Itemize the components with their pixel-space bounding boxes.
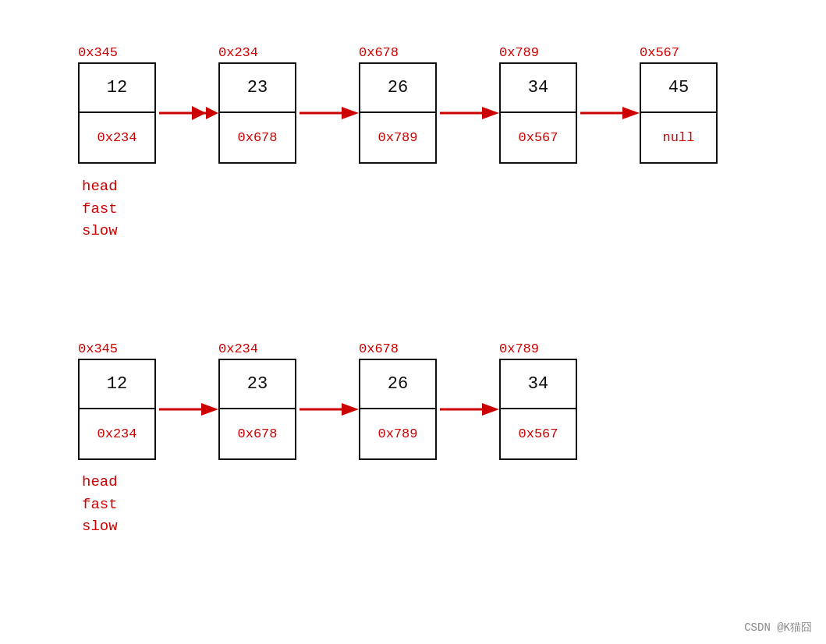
addr-label-d1-n3: 0x678 — [359, 45, 399, 60]
addr-label-d1-n5: 0x567 — [640, 45, 679, 60]
node-d1-n1: 12 0x234 — [78, 62, 156, 164]
svg-marker-3 — [622, 107, 640, 119]
node-value-d1-n3: 26 — [360, 64, 435, 113]
node-pointer-d2-n2: 0x678 — [220, 409, 295, 458]
svg-marker-5 — [342, 403, 359, 416]
arrow-d1-3-4 — [437, 99, 499, 127]
node-value-d1-n2: 23 — [220, 64, 295, 113]
node-d2-n2: 23 0x678 — [218, 359, 296, 460]
node-value-d2-n2: 23 — [220, 360, 295, 409]
addr-label-d2-n4: 0x789 — [499, 341, 539, 356]
node-pointer-d2-n3: 0x789 — [360, 409, 435, 458]
node-label-d1: head fast slow — [82, 175, 118, 242]
node-d2-n4: 34 0x567 — [499, 359, 577, 460]
addr-label-d2-n1: 0x345 — [78, 341, 118, 356]
node-d1-n5: 45 null — [640, 62, 718, 164]
node-pointer-d1-n2: 0x678 — [220, 113, 295, 162]
node-pointer-d2-n1: 0x234 — [80, 409, 154, 458]
node-pointer-d1-n5: null — [641, 113, 716, 162]
arrow-d1-4-5 — [577, 99, 640, 127]
node-value-d2-n3: 26 — [360, 360, 435, 409]
node-value-d1-n4: 34 — [501, 64, 576, 113]
svg-marker-4 — [201, 403, 218, 416]
svg-marker-1 — [342, 107, 359, 119]
node-value-d1-n5: 45 — [641, 64, 716, 113]
arrow-d1-2-3 — [296, 99, 359, 127]
node-pointer-d1-n4: 0x567 — [501, 113, 576, 162]
watermark: CSDN @K猫囧 — [744, 621, 812, 635]
node-d1-n4: 34 0x567 — [499, 62, 577, 164]
node-d1-n2: 23 0x678 — [218, 62, 296, 164]
node-pointer-d1-n3: 0x789 — [360, 113, 435, 162]
addr-label-d2-n3: 0x678 — [359, 341, 399, 356]
node-d2-n3: 26 0x789 — [359, 359, 437, 460]
node-pointer-d1-n1: 0x234 — [80, 113, 154, 162]
arrow-d2-3-4 — [437, 395, 499, 423]
arrow-d2-2-3 — [296, 395, 359, 423]
addr-label-d1-n2: 0x234 — [218, 45, 258, 60]
arrow-d1-1-2 — [156, 99, 218, 127]
node-value-d2-n4: 34 — [501, 360, 576, 409]
node-label-d2: head fast slow — [82, 471, 118, 538]
node-d2-n1: 12 0x234 — [78, 359, 156, 460]
svg-marker-2 — [482, 107, 499, 119]
svg-marker-6 — [482, 403, 499, 416]
node-value-d1-n1: 12 — [80, 64, 154, 113]
node-pointer-d2-n4: 0x567 — [501, 409, 576, 458]
node-d1-n3: 26 0x789 — [359, 62, 437, 164]
addr-label-d1-n4: 0x789 — [499, 45, 539, 60]
addr-label-d1-n1: 0x345 — [78, 45, 118, 60]
svg-marker-0 — [206, 107, 218, 119]
diagram-container: 0x345 12 0x234 0x234 23 0x678 0x678 26 0… — [0, 0, 826, 644]
node-value-d2-n1: 12 — [80, 360, 154, 409]
arrow-d2-1-2 — [156, 395, 218, 423]
addr-label-d2-n2: 0x234 — [218, 341, 258, 356]
